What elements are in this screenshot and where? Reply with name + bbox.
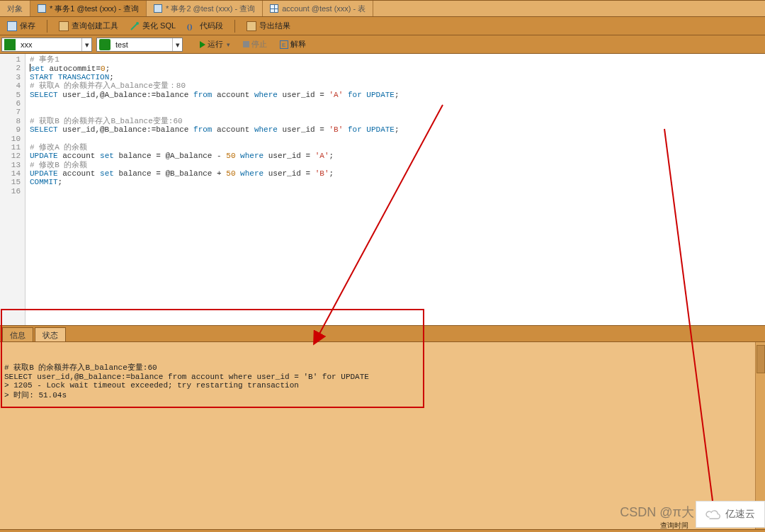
code-line[interactable]	[30, 108, 761, 116]
separator	[47, 20, 47, 33]
code-line[interactable]: # 获取B 的余额并存入B_balance变量:60	[30, 117, 761, 125]
tab-objects[interactable]: 对象	[0, 1, 30, 16]
output-pane: 信息 状态 # 获取B 的余额并存入B_balance变量:60SELECT u…	[0, 326, 765, 529]
database-dropdown[interactable]: test ▾	[96, 38, 183, 52]
play-icon	[200, 41, 205, 48]
query-icon	[154, 4, 162, 13]
main-toolbar: 保存 查询创建工具 美化 SQL () 代码段 导出结果	[0, 17, 765, 35]
database-icon	[99, 39, 110, 50]
code-line[interactable]: START TRANSACTION;	[30, 73, 761, 81]
braces-icon: ()	[187, 21, 197, 31]
beautify-label: 美化 SQL	[142, 21, 176, 31]
tab-query2[interactable]: * 事务2 @test (xxx) - 查询	[147, 1, 263, 16]
svg-point-0	[136, 22, 139, 25]
connection-name: xxx	[18, 40, 81, 49]
explain-button[interactable]: E 解释	[276, 38, 310, 51]
code-line[interactable]: # 修改B 的余额	[30, 161, 761, 169]
beautify-button[interactable]: 美化 SQL	[125, 19, 180, 33]
query-builder-button[interactable]: 查询创建工具	[55, 19, 123, 33]
connection-bar: xxx ▾ test ▾ 运行 ▾ 停止 E 解释	[0, 35, 765, 54]
output-line: # 获取B 的余额并存入B_balance变量:60	[4, 362, 761, 373]
save-icon	[7, 21, 17, 31]
export-button[interactable]: 导出结果	[242, 19, 295, 33]
code-line[interactable]	[30, 99, 761, 108]
output-tab-info[interactable]: 信息	[2, 327, 33, 342]
output-line: SELECT user_id,@B_balance:=balance from …	[4, 373, 761, 381]
stop-icon	[243, 41, 249, 47]
code-line[interactable]	[30, 187, 761, 196]
separator	[234, 20, 235, 33]
export-icon	[246, 21, 256, 31]
cloud-icon	[706, 509, 721, 520]
output-tab-status[interactable]: 状态	[35, 327, 66, 342]
explain-icon: E	[280, 40, 288, 49]
code-line[interactable]: # 获取A 的余额并存入A_balance变量：80	[30, 81, 761, 90]
query-icon	[38, 4, 46, 13]
sql-editor: 12345678910111213141516 # 事务1set autocom…	[0, 54, 765, 326]
stop-button[interactable]: 停止	[239, 38, 271, 51]
tab-account-table[interactable]: account @test (xxx) - 表	[263, 1, 373, 16]
chevron-down-icon: ▾	[81, 38, 91, 51]
code-line[interactable]: # 修改A 的余额	[30, 143, 761, 152]
document-tabs: 对象 * 事务1 @test (xxx) - 查询 * 事务2 @test (x…	[0, 0, 765, 17]
code-line[interactable]: SELECT user_id,@A_balance:=balance from …	[30, 91, 761, 99]
output-line: > 1205 - Lock wait timeout exceeded; try…	[4, 381, 761, 390]
export-label: 导出结果	[259, 21, 290, 31]
stop-label: 停止	[251, 39, 267, 50]
code-line[interactable]: # 事务1	[30, 55, 761, 64]
code-line[interactable]: UPDATE account set balance = @B_balance …	[30, 169, 761, 178]
code-line[interactable]: COMMIT;	[30, 178, 761, 186]
save-button[interactable]: 保存	[3, 19, 40, 33]
explain-label: 解释	[290, 39, 306, 50]
watermark-csdn: CSDN @π大	[620, 504, 694, 521]
run-label: 运行	[208, 39, 223, 50]
tab-query1[interactable]: * 事务1 @test (xxx) - 查询	[30, 1, 147, 16]
code-area[interactable]: # 事务1set autocommit=0;START TRANSACTION;…	[26, 54, 765, 325]
database-name: test	[113, 40, 172, 49]
codeseg-label: 代码段	[200, 21, 223, 31]
tab-label: account @test (xxx) - 表	[282, 4, 366, 14]
output-line: > 时间: 51.04s	[4, 390, 761, 400]
code-segment-button[interactable]: () 代码段	[183, 19, 227, 33]
tab-label: * 事务2 @test (xxx) - 查询	[166, 4, 255, 14]
chevron-down-icon: ▾	[172, 38, 182, 51]
plug-icon	[4, 39, 16, 50]
table-icon	[270, 4, 278, 13]
output-body[interactable]: # 获取B 的余额并存入B_balance变量:60SELECT user_id…	[0, 341, 765, 529]
watermark-cloud: 亿速云	[696, 501, 765, 528]
wand-icon	[130, 21, 140, 31]
run-button[interactable]: 运行 ▾	[196, 38, 234, 51]
code-line[interactable]: UPDATE account set balance = @A_balance …	[30, 152, 761, 160]
output-tabs: 信息 状态	[0, 326, 765, 341]
builder-icon	[59, 21, 69, 31]
save-label: 保存	[20, 21, 35, 31]
connection-dropdown[interactable]: xxx ▾	[1, 38, 92, 52]
tab-label: 对象	[7, 4, 23, 14]
code-line[interactable]	[30, 135, 761, 143]
chevron-down-icon[interactable]: ▾	[227, 41, 230, 48]
line-gutter: 12345678910111213141516	[0, 54, 26, 325]
code-line[interactable]: SELECT user_id,@B_balance:=balance from …	[30, 125, 761, 134]
statusbar	[0, 529, 765, 532]
scrollbar-thumb[interactable]	[756, 345, 765, 373]
code-line[interactable]: set autocommit=0;	[30, 64, 761, 72]
tab-label: * 事务1 @test (xxx) - 查询	[50, 4, 139, 14]
builder-label: 查询创建工具	[72, 21, 118, 31]
